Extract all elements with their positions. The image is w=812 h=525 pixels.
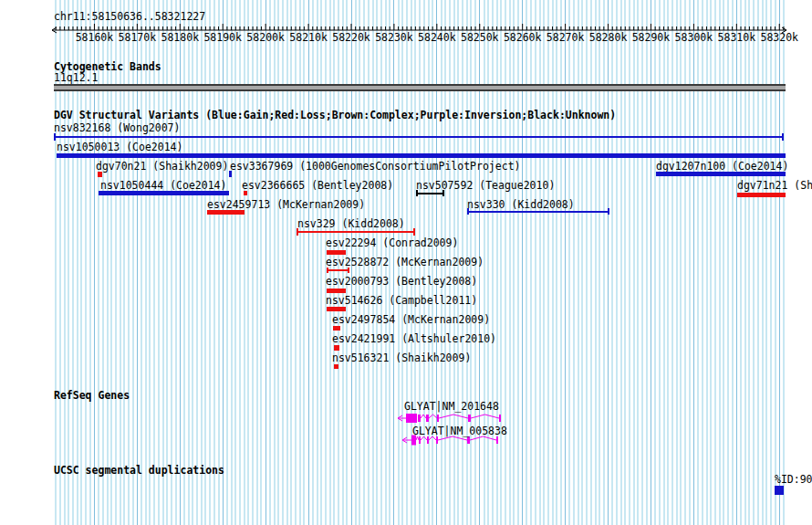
grid-line-minor <box>667 0 669 525</box>
grid-line-minor <box>317 0 318 525</box>
variant-label[interactable]: nsv1050444 (Coe2014) <box>100 181 226 191</box>
variant-label[interactable]: nsv832168 (Wong2007) <box>54 123 180 133</box>
variant-label[interactable]: esv2000793 (Bentley2008) <box>326 277 477 287</box>
variant-glyph-range-line[interactable] <box>327 269 349 271</box>
variant-glyph-box[interactable] <box>327 307 346 311</box>
grid-line-minor <box>543 0 545 525</box>
variant-label[interactable]: esv22294 (Conrad2009) <box>326 238 458 248</box>
segdup-track-title: UCSC segmental duplications <box>54 466 224 476</box>
grid-line-minor <box>303 0 305 525</box>
variant-label[interactable]: nsv330 (Kidd2008) <box>467 200 575 210</box>
variant-glyph-range-endtick[interactable] <box>327 268 328 273</box>
variant-glyph-box[interactable] <box>327 289 346 293</box>
grid-line-minor <box>568 0 570 525</box>
variant-glyph-range-line[interactable] <box>54 136 784 138</box>
variant-glyph-box[interactable] <box>737 193 786 197</box>
grid-line-minor <box>714 0 716 525</box>
variant-glyph-range-endtick[interactable] <box>442 190 444 196</box>
variant-glyph-box[interactable] <box>333 326 340 331</box>
variant-glyph-range-endtick[interactable] <box>782 133 784 141</box>
grid-line-minor <box>213 0 215 525</box>
grid-line-minor <box>723 0 724 525</box>
grid-line-minor <box>175 0 177 525</box>
variant-glyph-box[interactable] <box>244 191 247 195</box>
variant-glyph-range-endtick[interactable] <box>297 228 298 236</box>
grid-line-minor <box>770 0 772 525</box>
grid-line-major <box>736 0 737 525</box>
variant-label[interactable]: nsv516321 (Shaikh2009) <box>332 353 471 363</box>
ruler-tick-label: 58190k <box>203 33 242 43</box>
grid-line-minor <box>320 0 322 525</box>
variant-glyph-range-endtick[interactable] <box>348 268 349 273</box>
variant-glyph-range-endtick[interactable] <box>467 208 469 215</box>
variant-label[interactable]: dgv71n21 (Shai <box>737 181 812 191</box>
variant-glyph-box[interactable] <box>656 172 786 176</box>
grid-line-major <box>608 0 609 525</box>
variant-glyph-range-endtick[interactable] <box>608 208 609 215</box>
variant-glyph-box[interactable] <box>327 250 346 255</box>
variant-label[interactable]: esv2528872 (McKernan2009) <box>326 257 484 268</box>
grid-line-minor <box>753 0 755 525</box>
grid-line-minor <box>247 0 249 525</box>
cytoband-bar[interactable] <box>54 84 786 91</box>
grid-line-minor <box>629 0 630 525</box>
grid-line-minor <box>513 0 515 525</box>
variant-glyph-range-line[interactable] <box>467 211 609 213</box>
grid-line-major <box>223 0 224 525</box>
grid-line-minor <box>676 0 678 525</box>
grid-line-minor <box>616 0 618 525</box>
variant-glyph-box[interactable] <box>57 153 786 158</box>
variant-glyph-range-endtick[interactable] <box>54 133 56 141</box>
grid-line-minor <box>145 0 147 525</box>
variant-label[interactable]: nsv514626 (Campbell2011) <box>326 296 477 306</box>
grid-line-minor <box>183 0 185 525</box>
variant-glyph-box[interactable] <box>334 364 338 369</box>
grid-line-minor <box>744 0 746 525</box>
grid-line-minor <box>110 0 112 525</box>
grid-line-minor <box>680 0 682 525</box>
grid-line-minor <box>581 0 583 525</box>
grid-line-minor <box>128 0 130 525</box>
grid-line-minor <box>196 0 198 525</box>
variant-label[interactable]: esv3367969 (1000GenomesConsortiumPilotPr… <box>230 162 521 172</box>
variant-glyph-range-endtick[interactable] <box>413 228 415 236</box>
variant-label[interactable]: nsv329 (Kidd2008) <box>297 219 405 229</box>
variant-label[interactable]: esv2421991 (Altshuler2010) <box>332 334 496 344</box>
grid-line-minor <box>671 0 673 525</box>
variant-glyph-range-line[interactable] <box>297 231 415 233</box>
variant-label[interactable]: esv2459713 (McKernan2009) <box>207 200 365 210</box>
segdup-label[interactable]: %ID:90. <box>775 475 812 485</box>
variant-glyph-range-line[interactable] <box>416 193 444 194</box>
grid-line-minor <box>282 0 284 525</box>
variant-glyph-box[interactable] <box>207 210 245 215</box>
variant-glyph-box[interactable] <box>229 171 232 177</box>
variant-label[interactable]: nsv1050013 (Coe2014) <box>57 142 182 152</box>
variant-glyph-box[interactable] <box>334 345 339 351</box>
grid-line-minor <box>526 0 527 525</box>
variant-label[interactable]: dgv1207n100 (Coe2014) <box>656 162 788 172</box>
variant-glyph-box[interactable] <box>99 191 229 195</box>
grid-line-minor <box>727 0 729 525</box>
gene-label[interactable]: GLYAT|NM_005838 <box>412 426 507 436</box>
variant-label[interactable]: nsv507592 (Teague2010) <box>416 181 555 191</box>
grid-line-minor <box>260 0 262 525</box>
grid-line-minor <box>162 0 164 525</box>
grid-line-minor <box>204 0 206 525</box>
variant-label[interactable]: esv2366665 (Bentley2008) <box>242 181 393 191</box>
variant-label[interactable]: dgv70n21 (Shaikh2009) <box>96 162 228 172</box>
grid-line-minor <box>115 0 117 525</box>
variant-label[interactable]: esv2497854 (McKernan2009) <box>332 315 490 325</box>
gene-label[interactable]: GLYAT|NM_201648 <box>404 402 499 412</box>
variant-glyph-box[interactable] <box>98 172 102 177</box>
ruler-tick-label: 58180k <box>161 33 200 43</box>
segdup-glyph-box[interactable] <box>775 486 784 495</box>
grid-line-minor <box>234 0 236 525</box>
ruler-tick-label: 58300k <box>675 33 713 43</box>
variant-glyph-range-endtick[interactable] <box>416 190 418 196</box>
ruler-tick-label: 58280k <box>589 33 628 43</box>
grid-line-minor <box>299 0 301 525</box>
grid-line-minor <box>641 0 643 525</box>
grid-line-minor <box>277 0 279 525</box>
ruler-tick-label: 58200k <box>246 33 285 43</box>
grid-line-minor <box>239 0 241 525</box>
